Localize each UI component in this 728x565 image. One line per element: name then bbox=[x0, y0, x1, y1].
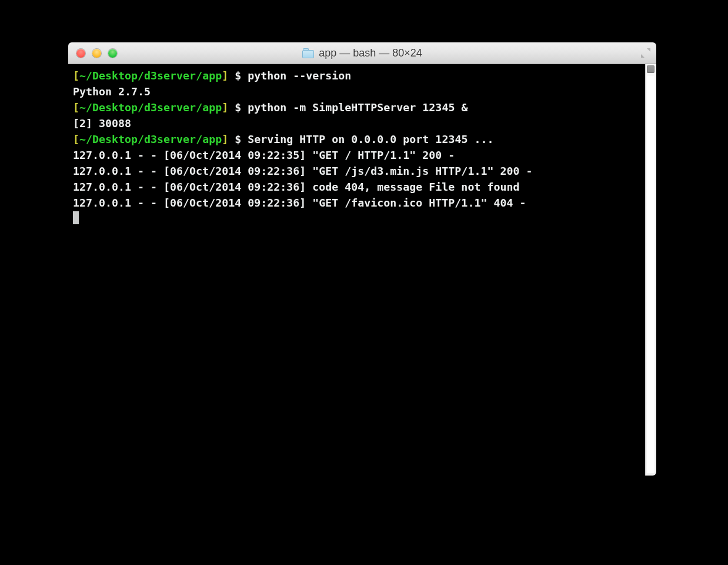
titlebar[interactable]: app — bash — 80×24 bbox=[68, 42, 656, 64]
close-button[interactable] bbox=[76, 49, 85, 58]
terminal-line: [~/Desktop/d3server/app] $ python --vers… bbox=[73, 68, 640, 84]
terminal-line: 127.0.0.1 - - [06/Oct/2014 09:22:36] cod… bbox=[73, 179, 640, 195]
terminal-line: Python 2.7.5 bbox=[73, 84, 640, 99]
folder-icon bbox=[302, 48, 314, 58]
minimize-button[interactable] bbox=[92, 49, 101, 58]
terminal-line: [~/Desktop/d3server/app] $ Serving HTTP … bbox=[73, 131, 640, 147]
terminal-body-wrap: [~/Desktop/d3server/app] $ python --vers… bbox=[68, 64, 656, 476]
title-center: app — bash — 80×24 bbox=[68, 47, 656, 59]
scrollbar-thumb[interactable] bbox=[647, 76, 654, 473]
terminal-line: 127.0.0.1 - - [06/Oct/2014 09:22:36] "GE… bbox=[73, 195, 640, 211]
terminal-line: [~/Desktop/d3server/app] $ python -m Sim… bbox=[73, 99, 640, 115]
scrollbar[interactable] bbox=[645, 64, 656, 476]
terminal-window: app — bash — 80×24 [~/Desktop/d3server/a… bbox=[68, 42, 656, 476]
window-title: app — bash — 80×24 bbox=[319, 47, 422, 59]
terminal-line: 127.0.0.1 - - [06/Oct/2014 09:22:36] "GE… bbox=[73, 163, 640, 179]
traffic-lights bbox=[68, 49, 117, 58]
cursor-line bbox=[73, 211, 640, 227]
maximize-button[interactable] bbox=[108, 49, 117, 58]
terminal-line: [2] 30088 bbox=[73, 115, 640, 131]
cursor bbox=[73, 211, 79, 224]
terminal-line: 127.0.0.1 - - [06/Oct/2014 09:22:35] "GE… bbox=[73, 147, 640, 163]
scrollbar-stop-icon bbox=[647, 65, 654, 73]
terminal-output[interactable]: [~/Desktop/d3server/app] $ python --vers… bbox=[68, 64, 645, 476]
fullscreen-icon[interactable] bbox=[640, 47, 652, 59]
